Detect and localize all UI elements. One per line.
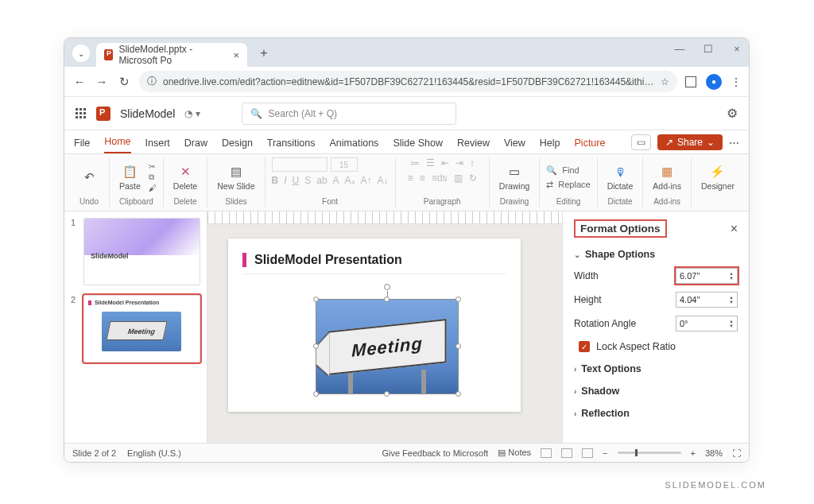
find-button[interactable]: 🔍 Find [546, 165, 590, 176]
font-color-button[interactable]: A [333, 175, 339, 186]
browser-tab[interactable]: SlideModel.pptx - Microsoft Po × [96, 43, 247, 67]
numbering-button[interactable]: ☰ [426, 157, 435, 169]
align-left-button[interactable]: ≡ [408, 173, 413, 184]
tab-file[interactable]: File [74, 138, 90, 153]
resize-handle[interactable] [384, 297, 390, 302]
tab-home[interactable]: Home [104, 136, 130, 153]
copy-button[interactable]: ⧉ [149, 173, 157, 182]
format-painter-button[interactable]: 🖌 [149, 184, 157, 192]
document-title[interactable]: SlideModel [120, 107, 175, 120]
resize-handle[interactable] [455, 297, 461, 302]
zoom-out-button[interactable]: − [603, 448, 607, 458]
bullets-button[interactable]: ≔ [410, 157, 420, 169]
font-size-dropdown[interactable]: 15 [331, 157, 358, 172]
resize-handle[interactable] [313, 343, 319, 349]
tab-close-icon[interactable]: × [233, 49, 239, 61]
saved-indicator-icon[interactable]: ◔ ▾ [184, 108, 200, 119]
addins-button[interactable]: ▦Add-ins [649, 161, 684, 193]
resize-handle[interactable] [384, 391, 390, 397]
new-tab-button[interactable]: + [254, 43, 274, 64]
columns-button[interactable]: ▥ [454, 173, 463, 184]
slide-thumbnail-1[interactable]: SlideModel [83, 218, 200, 285]
slide-editor[interactable]: SlideModel Presentation Meeting [228, 238, 521, 412]
search-input[interactable]: 🔍 Search (Alt + Q) [242, 103, 456, 125]
window-minimize-icon[interactable]: — [673, 43, 687, 55]
undo-button[interactable]: ↶ [76, 167, 103, 188]
tab-animations[interactable]: Animations [330, 138, 379, 153]
zoom-in-button[interactable]: + [691, 448, 696, 458]
strike-button[interactable]: S [304, 175, 311, 186]
shrink-font-button[interactable]: A↓ [378, 175, 389, 186]
normal-view-button[interactable] [541, 448, 552, 458]
indent-inc-button[interactable]: ⇥ [455, 157, 463, 169]
tab-slideshow[interactable]: Slide Show [393, 138, 443, 153]
site-info-icon[interactable]: ⓘ [147, 75, 157, 88]
align-right-button[interactable]: ≡ds [432, 173, 448, 184]
tab-view[interactable]: View [504, 138, 525, 153]
highlight-button[interactable]: ab [316, 175, 327, 186]
app-launcher-icon[interactable] [76, 108, 87, 119]
bookmark-star-icon[interactable]: ☆ [661, 76, 669, 87]
window-close-icon[interactable]: × [730, 43, 744, 55]
bold-button[interactable]: B [272, 175, 279, 186]
browser-menu-icon[interactable]: ⋮ [731, 76, 741, 87]
height-input[interactable]: 4.04"▲▼ [676, 292, 738, 308]
slide-counter[interactable]: Slide 2 of 2 [72, 448, 116, 458]
width-input[interactable]: 6.07"▲▼ [676, 268, 738, 284]
tab-search-button[interactable]: ⌄ [72, 45, 90, 62]
ribbon-overflow-icon[interactable]: ⋯ [729, 137, 739, 149]
tab-help[interactable]: Help [540, 138, 560, 153]
tab-design[interactable]: Design [222, 138, 253, 153]
tab-insert[interactable]: Insert [145, 138, 170, 153]
delete-button[interactable]: ✕Delete [170, 161, 200, 193]
indent-dec-button[interactable]: ⇤ [441, 157, 449, 169]
settings-gear-icon[interactable]: ⚙ [727, 106, 738, 121]
align-center-button[interactable]: ≡ [420, 173, 425, 184]
grow-font-button[interactable]: A↑ [361, 175, 372, 186]
section-shape-options[interactable]: ⌄Shape Options [574, 249, 738, 260]
paste-button[interactable]: 📋Paste [116, 161, 144, 193]
notes-button[interactable]: ▤ Notes [498, 448, 531, 458]
sorter-view-button[interactable] [561, 448, 572, 458]
slide-thumbnail-2[interactable]: SlideModel Presentation Meeting [83, 295, 200, 362]
tab-transitions[interactable]: Transitions [267, 138, 316, 153]
language-indicator[interactable]: English (U.S.) [127, 448, 181, 458]
tab-review[interactable]: Review [457, 138, 490, 153]
url-input[interactable]: ⓘ onedrive.live.com/edit?action=editnew&… [139, 71, 677, 92]
tab-draw[interactable]: Draw [184, 138, 207, 153]
present-mode-button[interactable]: ▭ [631, 134, 651, 150]
feedback-link[interactable]: Give Feedback to Microsoft [382, 448, 488, 458]
lock-aspect-ratio-checkbox[interactable]: ✓ Lock Aspect Ratio [579, 341, 738, 352]
nav-reload-icon[interactable]: ↻ [117, 75, 131, 89]
clear-format-button[interactable]: Aₐ [345, 175, 355, 186]
nav-forward-icon[interactable]: → [95, 75, 109, 88]
line-spacing-button[interactable]: ↕ [470, 157, 475, 169]
cut-button[interactable]: ✂ [149, 162, 157, 171]
resize-handle[interactable] [313, 297, 319, 302]
thumbnail-row-2[interactable]: 2 SlideModel Presentation Meeting [71, 295, 200, 362]
section-reflection[interactable]: ›Reflection [574, 408, 738, 419]
dictate-button[interactable]: 🎙Dictate [604, 161, 637, 193]
panel-close-icon[interactable]: × [731, 222, 738, 236]
rotation-handle[interactable] [384, 284, 390, 290]
resize-handle[interactable] [313, 391, 319, 397]
zoom-level[interactable]: 38% [705, 448, 723, 458]
thumbnail-row-1[interactable]: 1 SlideModel [71, 218, 200, 285]
share-button[interactable]: ↗ Share ⌄ [657, 134, 723, 150]
section-text-options[interactable]: ›Text Options [574, 363, 738, 374]
slide-canvas-area[interactable]: SlideModel Presentation Meeting [207, 211, 562, 443]
slide-title-box[interactable]: SlideModel Presentation [242, 253, 506, 274]
text-direction-button[interactable]: ↻ [469, 173, 477, 184]
zoom-slider[interactable] [618, 452, 681, 454]
italic-button[interactable]: I [284, 175, 286, 186]
resize-handle[interactable] [455, 343, 461, 349]
extensions-icon[interactable] [685, 76, 696, 87]
drawing-button[interactable]: ▭Drawing [496, 161, 533, 193]
font-family-dropdown[interactable] [272, 157, 328, 172]
nav-back-icon[interactable]: ← [72, 75, 87, 88]
reading-view-button[interactable] [582, 448, 593, 458]
fit-to-window-button[interactable]: ⛶ [732, 448, 741, 458]
resize-handle[interactable] [455, 391, 461, 397]
underline-button[interactable]: U [293, 175, 300, 186]
new-slide-button[interactable]: ▤New Slide [214, 161, 258, 193]
